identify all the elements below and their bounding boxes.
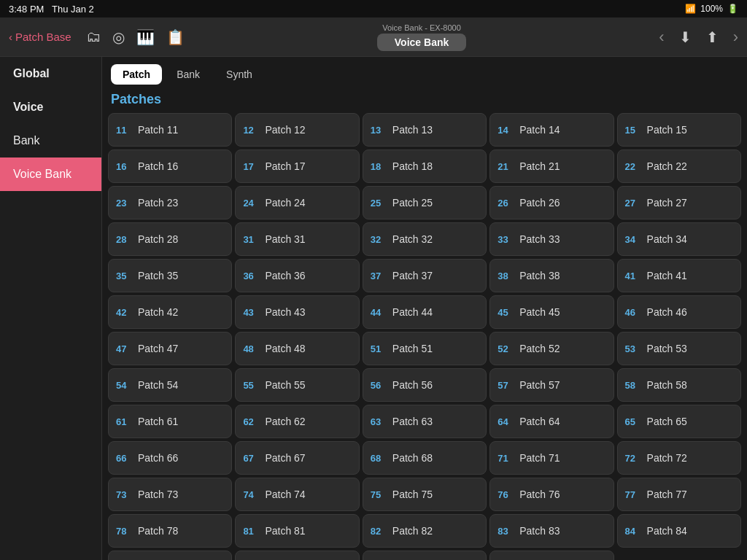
patch-cell[interactable]: 88Patch 88 [489, 551, 614, 560]
patch-cell[interactable]: 56Patch 56 [363, 368, 487, 402]
patch-cell[interactable]: 23Patch 23 [108, 186, 232, 219]
patch-name: Patch 38 [519, 270, 560, 281]
patch-number: 33 [498, 234, 514, 245]
patch-name: Patch 17 [265, 160, 305, 172]
patch-cell[interactable]: 81Patch 81 [235, 514, 359, 548]
patch-cell[interactable]: 45Patch 45 [489, 295, 614, 329]
patch-cell[interactable]: 57Patch 57 [489, 368, 614, 402]
back-button[interactable]: ‹ Patch Base [9, 31, 71, 43]
sidebar-item-voice[interactable]: Voice [0, 90, 101, 124]
patch-cell[interactable]: 54Patch 54 [108, 368, 232, 402]
patch-cell[interactable]: 21Patch 21 [489, 149, 614, 183]
patch-cell[interactable]: 58Patch 58 [617, 368, 741, 402]
patch-cell[interactable]: 22Patch 22 [617, 149, 741, 183]
patch-cell[interactable]: 43Patch 43 [235, 295, 359, 329]
patch-cell[interactable]: 35Patch 35 [108, 259, 232, 292]
patch-name: Patch 64 [519, 416, 560, 427]
share-icon[interactable]: ⬆ [706, 28, 719, 46]
sidebar-item-bank[interactable]: Bank [0, 124, 101, 158]
folder-icon[interactable]: 🗂 [86, 28, 101, 45]
patch-cell[interactable]: 78Patch 78 [108, 514, 232, 548]
patch-cell[interactable]: 82Patch 82 [363, 514, 487, 548]
patch-cell[interactable]: 51Patch 51 [363, 332, 487, 365]
prev-arrow-icon[interactable]: ‹ [659, 28, 664, 47]
patch-number: 52 [498, 343, 514, 354]
patch-cell[interactable]: 71Patch 71 [489, 441, 614, 475]
patch-cell[interactable]: 66Patch 66 [108, 441, 232, 475]
patch-number: 13 [371, 125, 387, 136]
patch-name: Patch 83 [519, 525, 560, 537]
patch-name: Patch 82 [392, 525, 433, 537]
patch-cell[interactable]: 83Patch 83 [489, 514, 614, 548]
patch-cell[interactable]: 26Patch 26 [489, 186, 614, 219]
patch-cell[interactable]: 28Patch 28 [108, 222, 232, 256]
document-icon[interactable]: 📋 [166, 28, 185, 46]
tab-patch[interactable]: Patch [111, 64, 162, 85]
patch-number: 73 [116, 489, 132, 500]
tab-bank[interactable]: Bank [165, 64, 212, 85]
sidebar-item-voice-bank[interactable]: Voice Bank [0, 158, 101, 191]
next-arrow-icon[interactable]: › [733, 28, 738, 47]
patch-number: 28 [116, 234, 132, 245]
patch-cell[interactable]: 62Patch 62 [235, 405, 359, 438]
patch-cell[interactable]: 84Patch 84 [617, 514, 741, 548]
patch-cell[interactable]: 33Patch 33 [489, 222, 614, 256]
patch-grid: 11Patch 1112Patch 1213Patch 1314Patch 14… [102, 113, 747, 560]
patch-cell[interactable]: 15Patch 15 [617, 113, 741, 147]
patch-cell[interactable]: 77Patch 77 [617, 478, 741, 511]
patch-cell[interactable]: 42Patch 42 [108, 295, 232, 329]
patch-cell[interactable]: 14Patch 14 [489, 113, 614, 147]
patch-cell[interactable]: 31Patch 31 [235, 222, 359, 256]
patch-cell[interactable]: 64Patch 64 [489, 405, 614, 438]
patch-cell[interactable]: 87Patch 87 [363, 551, 487, 560]
patch-cell[interactable]: 41Patch 41 [617, 259, 741, 292]
patch-cell[interactable]: 53Patch 53 [617, 332, 741, 365]
download-icon[interactable]: ⬇ [679, 28, 692, 46]
patches-heading: Patches [102, 89, 747, 113]
status-bar: 3:48 PM Thu Jan 2 📶 100% 🔋 [0, 0, 747, 18]
top-nav: ‹ Patch Base 🗂 ◎ 🎹 📋 Voice Bank - EX-800… [0, 18, 747, 57]
patch-cell[interactable]: 75Patch 75 [363, 478, 487, 511]
patch-cell[interactable]: 72Patch 72 [617, 441, 741, 475]
patch-cell[interactable]: 24Patch 24 [235, 186, 359, 219]
patch-cell[interactable]: 37Patch 37 [363, 259, 487, 292]
patch-cell[interactable]: 68Patch 68 [363, 441, 487, 475]
patch-number: 12 [243, 125, 259, 136]
sidebar-item-global[interactable]: Global [0, 57, 101, 90]
patch-cell[interactable]: 63Patch 63 [363, 405, 487, 438]
patch-name: Patch 76 [519, 489, 560, 500]
patch-cell[interactable]: 73Patch 73 [108, 478, 232, 511]
patch-cell[interactable]: 13Patch 13 [363, 113, 487, 147]
patch-name: Patch 14 [519, 124, 560, 136]
patch-cell[interactable]: 17Patch 17 [235, 149, 359, 183]
patch-cell[interactable]: 27Patch 27 [617, 186, 741, 219]
patch-cell[interactable]: 74Patch 74 [235, 478, 359, 511]
patch-cell[interactable]: 18Patch 18 [363, 149, 487, 183]
face-icon[interactable]: ◎ [112, 28, 125, 46]
patch-cell[interactable]: 65Patch 65 [617, 405, 741, 438]
patch-cell[interactable]: 25Patch 25 [363, 186, 487, 219]
patch-cell[interactable]: 46Patch 46 [617, 295, 741, 329]
patch-cell[interactable]: 12Patch 12 [235, 113, 359, 147]
patch-cell[interactable]: 32Patch 32 [363, 222, 487, 256]
sidebar: Global Voice Bank Voice Bank [0, 57, 102, 560]
patch-cell[interactable]: 67Patch 67 [235, 441, 359, 475]
patch-cell[interactable]: 44Patch 44 [363, 295, 487, 329]
patch-cell[interactable]: 52Patch 52 [489, 332, 614, 365]
patch-cell[interactable]: 34Patch 34 [617, 222, 741, 256]
patch-number: 43 [243, 307, 259, 318]
patch-cell[interactable]: 61Patch 61 [108, 405, 232, 438]
patch-cell[interactable]: 16Patch 16 [108, 149, 232, 183]
patch-cell[interactable]: 86Patch 86 [235, 551, 359, 560]
tab-synth[interactable]: Synth [214, 64, 264, 85]
patch-cell[interactable]: 47Patch 47 [108, 332, 232, 365]
piano-icon[interactable]: 🎹 [136, 28, 155, 46]
patch-cell[interactable]: 55Patch 55 [235, 368, 359, 402]
patch-number: 66 [116, 453, 132, 464]
patch-cell[interactable]: 76Patch 76 [489, 478, 614, 511]
patch-cell[interactable]: 36Patch 36 [235, 259, 359, 292]
patch-cell[interactable]: 48Patch 48 [235, 332, 359, 365]
patch-cell[interactable]: 11Patch 11 [108, 113, 232, 147]
patch-cell[interactable]: 38Patch 38 [489, 259, 614, 292]
patch-cell[interactable]: 85Patch 85 [108, 551, 232, 560]
